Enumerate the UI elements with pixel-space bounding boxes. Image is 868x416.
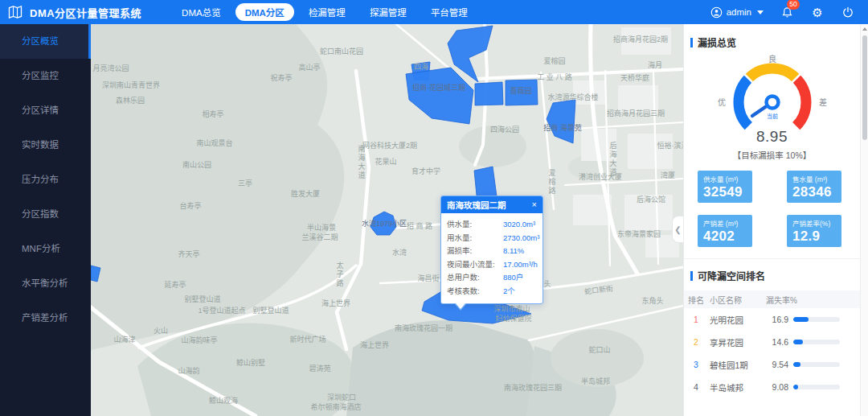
rank-number: 3 (684, 360, 708, 369)
rank-table: 排名 小区名称 漏失率% 1光明花园16.92享昇花园14.63碧桂园1期9.5… (684, 290, 860, 398)
gear-icon: ⚙ (812, 6, 822, 19)
nav-item-2[interactable]: 检漏管理 (299, 3, 355, 21)
popup-header: 南海玫瑰园二期 × (441, 196, 542, 213)
gauge-label-mid: 良 (768, 54, 776, 64)
rank-number: 2 (684, 337, 708, 347)
stat-card-0: 供水量 (m³)32549 (698, 171, 752, 203)
col-header-name: 小区名称 (708, 294, 766, 306)
sidebar-item-5[interactable]: 分区指数 (0, 197, 91, 232)
stat-card-value: 32549 (703, 184, 752, 200)
sidebar-item-0[interactable]: 分区概览 (0, 24, 91, 59)
notification-badge: 50 (787, 0, 800, 10)
stat-card-value: 12.9 (792, 229, 841, 245)
rank-table-row[interactable]: 4半岛城邦9.08 (684, 376, 860, 398)
bar-track (793, 317, 840, 322)
popup-data-row: 用水量:2730.00m³ (447, 232, 537, 245)
popup-data-row: 漏损率:8.11% (447, 245, 537, 258)
loss-rate-bar (793, 385, 860, 389)
loss-rate-value: 9.54 (766, 360, 793, 369)
divider (684, 258, 860, 259)
map-base-layer (91, 24, 683, 416)
panel-scrollbar[interactable] (860, 24, 868, 416)
stat-card-3: 产销差率(%)12.9 (787, 215, 841, 247)
community-name: 光明花园 (708, 314, 766, 326)
sidebar-item-7[interactable]: 水平衡分析 (0, 266, 91, 301)
sidebar-item-2[interactable]: 分区详情 (0, 93, 91, 128)
popup-title: 南海玫瑰园二期 (447, 199, 532, 211)
nav-item-4[interactable]: 平台管理 (421, 3, 477, 21)
stat-card-label: 售水量 (m³) (792, 174, 841, 183)
bar-fill (793, 317, 809, 322)
power-icon (842, 6, 854, 18)
bar-track (793, 385, 840, 389)
popup-row-value: 2个 (503, 285, 515, 299)
left-sidebar: 分区概览分区监控分区详情实时数据压力分布分区指数MNF分析水平衡分析产销差分析 (0, 24, 91, 416)
popup-row-value: 2730.00m³ (503, 232, 539, 245)
rank-table-row[interactable]: 1光明花园16.9 (684, 308, 860, 331)
settings-button[interactable]: ⚙ (810, 5, 825, 19)
popup-row-label: 供水量: (447, 218, 503, 232)
popup-row-label: 考核表数: (447, 285, 503, 299)
sidebar-item-8[interactable]: 产销差分析 (0, 301, 91, 336)
sidebar-item-6[interactable]: MNF分析 (0, 232, 91, 266)
logout-button[interactable] (841, 5, 855, 19)
stat-card-value: 4202 (703, 229, 752, 245)
loss-rate-bar (793, 362, 860, 367)
app-title: DMA分区计量管理系统 (30, 5, 141, 20)
sidebar-item-3[interactable]: 实时数据 (0, 128, 91, 163)
rank-table-row[interactable]: 2享昇花园14.6 (684, 331, 860, 353)
community-name: 享昇花园 (708, 336, 766, 348)
stat-card-label: 产销差 (m³) (703, 218, 752, 228)
panel-collapse-handle[interactable]: ❮ (672, 216, 683, 243)
section-title: 漏损总览 (698, 35, 736, 49)
popup-row-value: 8.11% (503, 245, 524, 258)
user-menu[interactable]: admin (710, 6, 764, 19)
zone-info-popup: 南海玫瑰园二期 × 供水量:3020.0m³用水量:2730.00m³漏损率:8… (440, 196, 543, 304)
leak-gauge: 优 良 差 当前 8.95 【目标漏损率 10%】 (684, 51, 860, 161)
popup-pointer (454, 303, 467, 311)
sidebar-item-1[interactable]: 分区监控 (0, 59, 91, 93)
section-title: 可降漏空间排名 (698, 269, 765, 282)
bar-fill (793, 340, 803, 344)
nav-menu: DMA总览DMA分区检漏管理探漏管理平台管理 (172, 3, 477, 21)
stat-card-label: 供水量 (m³) (703, 174, 752, 183)
rank-table-header: 排名 小区名称 漏失率% (684, 290, 860, 308)
popup-row-label: 夜间最小流量: (447, 258, 503, 272)
top-navbar: DMA分区计量管理系统 DMA总览DMA分区检漏管理探漏管理平台管理 admin… (0, 0, 868, 24)
gauge-svg: 优 良 差 当前 (704, 51, 841, 131)
map-canvas[interactable]: 蛇口南山花园月亮湾公园高山亭祝寿亭深圳南山青青世界森林乐园相寿亭网谷科技大厦2期… (91, 24, 683, 416)
username: admin (727, 7, 751, 17)
navbar-right: admin 50 ⚙ (710, 5, 868, 19)
nav-item-1[interactable]: DMA分区 (235, 3, 294, 21)
loss-rate-value: 16.9 (766, 315, 793, 324)
gauge-hub (766, 97, 778, 109)
loss-rate-value: 14.6 (766, 337, 793, 347)
bar-fill (793, 385, 798, 389)
loss-rate-bar (793, 317, 860, 322)
rank-table-row[interactable]: 3碧桂园1期9.54 (684, 353, 860, 376)
popup-row-value: 17.00m³/h (503, 258, 538, 272)
nav-item-3[interactable]: 探漏管理 (360, 3, 416, 21)
dma-zone-polygon (506, 80, 538, 105)
chevron-down-icon (757, 10, 764, 14)
rank-number: 1 (684, 315, 708, 324)
nav-item-0[interactable]: DMA总览 (172, 3, 231, 21)
loss-rate-value: 9.08 (766, 382, 793, 392)
community-name: 碧桂园1期 (708, 359, 766, 371)
popup-row-label: 总用户数: (447, 271, 503, 285)
scrollbar-thumb[interactable] (862, 35, 867, 140)
section-bar (690, 271, 693, 281)
notifications-button[interactable]: 50 (780, 5, 794, 19)
leak-rate-target: 【目标漏损率 10%】 (684, 149, 860, 161)
user-avatar-icon (710, 6, 723, 19)
bar-track (793, 340, 840, 344)
loss-rate-bar (793, 340, 860, 344)
popup-row-value: 3020.0m³ (503, 218, 535, 232)
section-bar (690, 38, 693, 47)
right-panel: 漏损总览 优 良 差 当前 8.95 【目标漏损率 10%】 (683, 24, 868, 416)
community-name: 半岛城邦 (708, 381, 766, 393)
close-icon[interactable]: × (532, 200, 537, 209)
popup-data-row: 供水量:3020.0m³ (447, 218, 537, 232)
scroll-up-icon[interactable] (861, 24, 868, 34)
sidebar-item-4[interactable]: 压力分布 (0, 163, 91, 197)
